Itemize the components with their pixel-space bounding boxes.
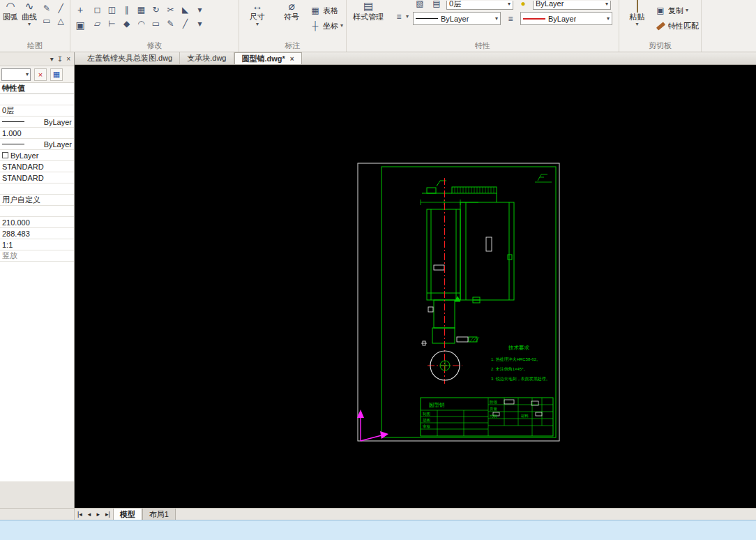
erase-button[interactable]: ◻ <box>91 3 105 16</box>
property-row-papertype[interactable]: 用户自定义 <box>0 195 74 206</box>
rectangle-icon: ▭ <box>43 16 50 26</box>
chevron-down-icon: ▾ <box>197 19 202 29</box>
property-row-color[interactable]: ByLayer <box>0 150 74 161</box>
property-row-orientation[interactable]: 竖放 <box>0 250 74 262</box>
copy-button[interactable]: ▣ <box>73 18 88 32</box>
property-row[interactable] <box>0 94 74 105</box>
layers-button[interactable]: ▤ <box>430 1 444 10</box>
extend-button[interactable]: ⊢ <box>105 17 119 30</box>
model-tab[interactable]: 模型 <box>113 509 142 520</box>
close-icon[interactable]: × <box>290 55 294 63</box>
next-sheet-button[interactable]: ▸ <box>93 509 103 520</box>
doc-tab-assembly[interactable]: 左盖铣镗夹具总装图.dwg <box>80 52 180 64</box>
fillet-button[interactable]: ◠ <box>135 17 149 30</box>
style-manager-button[interactable]: ▤ 样式管理 <box>349 1 388 22</box>
copy-clipboard-button[interactable]: ▣ 复制 ▾ <box>655 4 699 17</box>
properties-menu-button[interactable]: ≡ ▾ <box>392 10 409 23</box>
table-icon: ▦ <box>53 70 60 79</box>
rectangle-button[interactable]: ▭ <box>40 15 54 27</box>
sheet-border <box>358 163 559 441</box>
pin-icon[interactable]: ↧ <box>57 55 63 63</box>
match-properties-button[interactable]: 特性匹配 <box>655 20 699 32</box>
property-row-linetype[interactable]: ByLayer <box>0 117 74 128</box>
mirror-button[interactable]: ◫ <box>105 3 119 16</box>
lineweight-combobox[interactable]: ByLayer ▾ <box>520 12 612 25</box>
dimension-group-label: 标注 <box>241 40 344 52</box>
doc-tab-support-block[interactable]: 支承块.dwg <box>180 52 234 64</box>
layers-icon: ▤ <box>432 1 440 8</box>
erase-icon: ◻ <box>94 5 101 15</box>
title-row-label: 审核 <box>423 424 431 428</box>
note-line: 1. 热处理淬火HRC58-62。 <box>491 357 540 362</box>
property-row-textstyle[interactable]: STANDARD <box>0 161 74 172</box>
arc-icon: ◠ <box>6 1 15 12</box>
array-button[interactable]: ▦ <box>135 3 149 16</box>
trim-button[interactable]: ✂ <box>164 3 178 16</box>
paste-button[interactable]: 粘贴 ▾ <box>621 1 653 27</box>
first-sheet-button[interactable]: |◂ <box>75 509 85 520</box>
color-combobox[interactable]: ByLayer ▾ <box>533 1 611 10</box>
table-button[interactable]: ▦ 表格 <box>310 4 343 17</box>
datum-triangle <box>455 297 460 301</box>
pencil-button[interactable]: ✎ <box>40 2 54 15</box>
property-row-linescale[interactable]: 1.000 <box>0 128 74 139</box>
chevron-down-icon: ▾ <box>607 15 610 22</box>
property-row[interactable] <box>0 206 74 217</box>
dimension-button[interactable]: ↔ 尺寸 ▾ <box>241 1 273 27</box>
property-row[interactable] <box>0 183 74 195</box>
stretch-button[interactable]: ▭ <box>149 17 163 30</box>
scale-button[interactable]: ▱ <box>91 17 105 30</box>
bulb-icon: ● <box>520 1 525 8</box>
title-block[interactable]: 圆型销 制图 描图 审核 阶段 质量 比例 材料 <box>421 398 553 436</box>
property-row-layer[interactable]: 0层 <box>0 105 74 117</box>
app-window: ◠ 圆弧 ∿ 曲线 ▾ ✎ ╱ ▭ △ 绘图 + <box>0 0 756 540</box>
part-views[interactable] <box>421 181 514 343</box>
sheet-tab-strip: |◂ ◂ ▸ ▸| 模型 布局1 <box>0 508 756 520</box>
property-row-width[interactable]: 210.000 <box>0 217 74 228</box>
modify-more-button[interactable]: ▾ <box>193 17 207 30</box>
notes-title: 技术要求 <box>508 345 530 351</box>
line-icon: ╱ <box>58 3 63 13</box>
rotate-button[interactable]: ↻ <box>149 3 163 16</box>
layer-combobox[interactable]: 0层 ▾ <box>446 1 513 10</box>
chevron-down-icon: ▾ <box>508 1 511 7</box>
chamfer-button[interactable]: ◣ <box>179 3 192 16</box>
break-button[interactable]: ◆ <box>120 17 134 30</box>
clear-selection-button[interactable]: × <box>34 68 47 81</box>
property-row-height[interactable]: 288.483 <box>0 228 74 239</box>
symbol-icon: ⌀ <box>288 1 294 12</box>
coordinate-icon: ┼ <box>310 20 321 32</box>
drawing-canvas[interactable]: 技术要求 1. 热处理淬火HRC58-62。 2. 未注倒角1×45°。 3. … <box>75 65 756 508</box>
chevron-down-icon: ▾ <box>340 23 343 29</box>
arc-button[interactable]: ◠ 圆弧 <box>2 1 19 22</box>
move-button[interactable]: + <box>73 3 88 17</box>
offset-icon: ∥ <box>125 5 129 15</box>
doc-tab-round-pin[interactable]: 圆型销.dwg* × <box>234 52 302 64</box>
symbol-button[interactable]: ⌀ 符号 <box>275 1 308 22</box>
property-row-dimstyle[interactable]: STANDARD <box>0 172 74 183</box>
offset-button[interactable]: ∥ <box>120 3 134 16</box>
palette-titlebar: ▾ ↧ × <box>0 52 74 66</box>
centerlines[interactable] <box>428 178 462 384</box>
coordinate-button[interactable]: ┼ 坐标 ▾ <box>310 20 343 32</box>
bulb-button[interactable]: ● <box>516 1 530 10</box>
selection-filter-combobox[interactable]: ▾ <box>1 68 31 81</box>
prev-sheet-button[interactable]: ◂ <box>85 509 94 520</box>
quick-table-button[interactable]: ▦ <box>50 68 63 81</box>
close-icon[interactable]: × <box>66 55 70 63</box>
line2-button[interactable]: ╱ <box>179 17 192 30</box>
fillet-icon: ◠ <box>137 19 144 29</box>
brush-small-button[interactable]: ▧ <box>413 1 427 10</box>
linetype-combobox[interactable]: ByLayer ▾ <box>413 12 501 25</box>
pencil2-button[interactable]: ✎ <box>164 17 178 30</box>
curve-button[interactable]: ∿ 曲线 ▾ <box>21 1 38 27</box>
fillet-dropdown-button[interactable]: ▾ <box>193 3 207 16</box>
polygon-button[interactable]: △ <box>54 15 68 27</box>
property-row-scale[interactable]: 1:1 <box>0 239 74 250</box>
property-row-lineweight[interactable]: ByLayer <box>0 139 74 150</box>
layout1-tab[interactable]: 布局1 <box>142 509 176 520</box>
lineweight-button[interactable]: ≡ <box>504 13 517 25</box>
line-button[interactable]: ╱ <box>54 2 68 15</box>
chevron-down-icon[interactable]: ▾ <box>50 55 54 63</box>
last-sheet-button[interactable]: ▸| <box>103 509 113 520</box>
